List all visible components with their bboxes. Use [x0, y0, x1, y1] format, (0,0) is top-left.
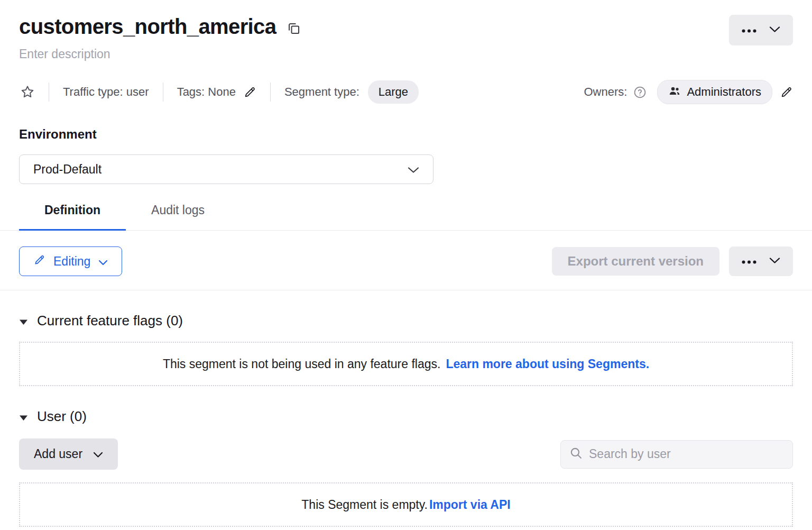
chevron-down-icon [769, 26, 780, 34]
caret-down-icon [19, 408, 28, 425]
owners-group: Owners: Administrators [584, 80, 793, 104]
owners-badge[interactable]: Administrators [657, 80, 772, 104]
description-placeholder[interactable]: Enter description [19, 47, 301, 61]
help-icon[interactable] [633, 86, 647, 99]
traffic-type-label: Traffic type: user [63, 85, 149, 99]
feature-flags-heading[interactable]: Current feature flags (0) [19, 313, 793, 329]
caret-down-icon [19, 313, 28, 329]
owners-value: Administrators [687, 85, 761, 99]
environment-label: Environment [19, 127, 793, 142]
add-user-button[interactable]: Add user [19, 438, 118, 470]
toolbar-right: Export current version [552, 246, 793, 276]
segment-type-badge: Large [368, 80, 419, 104]
copy-icon[interactable] [287, 21, 301, 35]
chevron-down-icon [93, 447, 103, 461]
chevron-down-icon [769, 257, 780, 266]
edit-tags-icon[interactable] [243, 86, 256, 99]
environment-select[interactable]: Prod-Default [19, 154, 433, 184]
tab-definition[interactable]: Definition [19, 203, 126, 230]
toolbar-divider [0, 290, 812, 290]
tab-bar: Definition Audit logs [19, 203, 793, 230]
page-header: customers_north_america Enter descriptio… [19, 0, 793, 61]
meta-divider [163, 83, 163, 102]
owners-label: Owners: [584, 85, 627, 99]
feature-flags-empty-state: This segment is not being used in any fe… [19, 342, 793, 386]
learn-more-segments-link[interactable]: Learn more about using Segments. [446, 357, 649, 371]
editing-label: Editing [53, 254, 90, 269]
environment-selected-value: Prod-Default [33, 162, 102, 177]
import-via-api-link[interactable]: Import via API [429, 498, 511, 512]
user-search [560, 440, 793, 469]
feature-flags-empty-text: This segment is not being used in any fe… [163, 357, 440, 371]
definition-more-actions-button[interactable] [729, 246, 793, 276]
segment-meta-row: Traffic type: user Tags: None Segment ty… [19, 80, 793, 104]
user-heading[interactable]: User (0) [19, 408, 793, 425]
chevron-down-icon [408, 162, 419, 177]
feature-flags-section: Current feature flags (0) This segment i… [19, 313, 793, 386]
editing-mode-button[interactable]: Editing [19, 246, 122, 276]
tab-audit-logs[interactable]: Audit logs [126, 203, 230, 230]
search-icon [569, 446, 583, 462]
header-more-actions-button[interactable] [729, 15, 793, 45]
definition-toolbar: Editing Export current version [19, 246, 793, 276]
favorite-star-icon[interactable] [20, 85, 35, 99]
page-title: customers_north_america [19, 15, 276, 39]
pencil-icon [33, 254, 45, 269]
add-user-label: Add user [34, 447, 82, 461]
environment-section: Environment Prod-Default [19, 127, 793, 184]
segment-type-label: Segment type: [284, 85, 359, 99]
feature-flags-heading-label: Current feature flags (0) [37, 313, 183, 329]
edit-owners-icon[interactable] [780, 86, 793, 99]
user-toolbar: Add user [19, 438, 793, 470]
user-section: User (0) Add user This Segment is [19, 408, 793, 530]
header-left: customers_north_america Enter descriptio… [19, 15, 301, 61]
segment-detail-page: customers_north_america Enter descriptio… [0, 0, 812, 530]
chevron-down-icon [98, 254, 108, 269]
meta-divider [49, 83, 49, 102]
user-empty-state: This Segment is empty. Import via API [19, 482, 793, 527]
tags-label: Tags: None [177, 85, 236, 99]
meta-divider [270, 83, 271, 102]
user-heading-label: User (0) [37, 408, 87, 425]
search-by-user-input[interactable] [589, 447, 784, 461]
export-version-button[interactable]: Export current version [552, 247, 719, 276]
user-empty-text: This Segment is empty. [301, 498, 428, 512]
people-icon [668, 85, 681, 99]
ellipsis-icon [742, 26, 756, 34]
ellipsis-icon [742, 258, 756, 266]
